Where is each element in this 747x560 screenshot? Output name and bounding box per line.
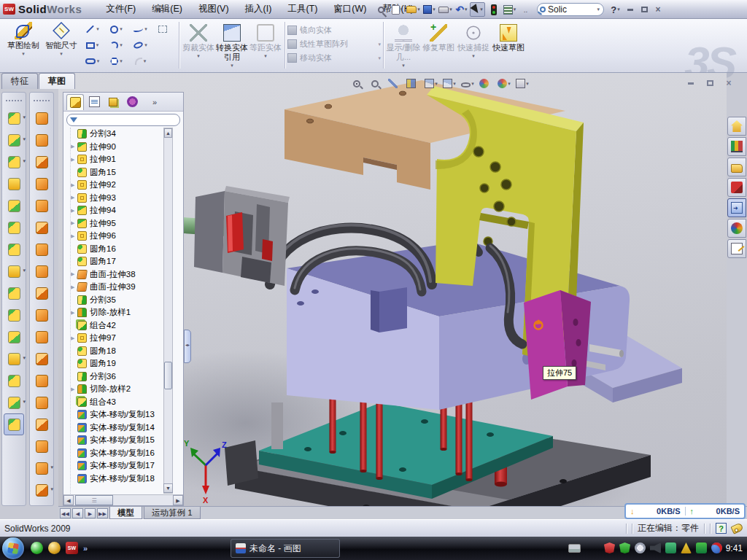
task-pane-tab[interactable] [727,117,746,136]
feature-tree-item[interactable]: ▶ 实体-移动/复制16 [71,447,178,460]
ribbon-stack-button[interactable]: 剪裁实体 ▾ [182,21,215,72]
ribbon-stack-button[interactable]: 快速捕捉 ▾ [456,21,491,72]
tab-nav-button[interactable]: ◀◀ [60,508,71,518]
view-tool-button[interactable]: ▾ [368,77,384,90]
surface-tool-button[interactable] [31,173,52,195]
feature-tree-item[interactable]: ▶ 分割36 [71,370,178,384]
feature-tool-button[interactable] [4,413,24,435]
feature-tree-item[interactable]: ▶ 组合43 [71,396,178,409]
ribbon-list-button[interactable]: 线性草图阵列 ▾ [287,37,381,51]
menu-item[interactable]: 窗口(W) [325,0,374,18]
pin-icon[interactable] [374,2,389,17]
expand-arrow-icon[interactable]: ▶ [71,335,77,341]
sketch-entity-button[interactable]: ▾ [104,37,128,53]
scroll-up-arrow[interactable]: ▲ [164,128,172,138]
surface-tool-button[interactable] [31,304,52,326]
feature-manager-tab[interactable] [85,94,103,110]
toolbar-overflow[interactable]: .. [518,2,533,17]
surface-tool-button[interactable] [31,392,52,413]
tree-horizontal-scrollbar[interactable]: ◀ ▶ [63,494,183,505]
ribbon-stack-button[interactable]: 快速草图 ▾ [491,21,526,72]
view-tool-button[interactable]: ▾ [496,77,512,90]
tray-icon[interactable] [619,542,630,553]
tab-nav-button[interactable]: ▶ [85,508,96,518]
task-pane-tab[interactable] [727,137,746,156]
feature-manager-tab[interactable] [123,94,141,110]
scrollbar-thumb[interactable] [75,495,113,505]
surface-tool-button[interactable] [31,348,52,370]
view-tool-button[interactable]: ▾ [460,77,476,90]
feature-tree-item[interactable]: ▶ 拉伸93 [71,192,178,205]
sketch-entity-button[interactable]: ▾ [80,53,104,69]
surface-tool-button[interactable] [31,260,52,282]
command-manager-tab[interactable]: 特征 [1,73,38,89]
sketch-entity-button[interactable]: ▾ [80,37,104,53]
feature-manager-tab[interactable] [66,94,84,110]
chevron-overflow-icon[interactable]: » [152,98,157,106]
feature-tool-button[interactable] [4,173,24,195]
surface-tool-button[interactable] [31,370,52,392]
tag-icon[interactable] [730,522,743,534]
feature-tool-button[interactable] [4,304,24,326]
tab-nav-button[interactable]: ◀ [72,508,83,518]
ribbon-list-button[interactable]: 移动实体 ▾ [287,51,381,65]
tree-filter-input[interactable] [66,114,180,126]
task-pane-tab[interactable] [727,198,746,217]
tray-icon[interactable] [650,542,661,553]
view-tool-button[interactable]: ▾ [387,77,403,90]
open-button[interactable]: ▾ [406,2,421,17]
messenger-icon[interactable] [31,542,43,554]
task-pane-tab[interactable] [727,219,746,238]
doc-close-button[interactable]: × [722,77,735,89]
surface-tool-button[interactable] [31,413,52,435]
feature-tree-item[interactable]: ▶ 圆角15 [71,166,178,179]
feature-tree-item[interactable]: ▶ 实体-移动/复制13 [71,408,178,421]
feature-tree-item[interactable]: ▶ 切除-放样1 [71,306,178,319]
feature-tree-item[interactable]: ▶ 曲面-拉伸39 [71,281,178,294]
surface-tool-button[interactable] [31,457,52,479]
tray-icon[interactable] [711,542,722,553]
feature-tool-button[interactable] [4,260,24,282]
close-button[interactable]: × [651,4,665,15]
menu-item[interactable]: 编辑(E) [144,0,190,18]
feature-tool-button[interactable] [4,217,24,238]
menu-item[interactable]: 文件(F) [98,0,144,18]
restore-button[interactable] [638,4,651,15]
feature-tree-item[interactable]: ▶ 圆角19 [71,357,178,370]
save-button[interactable]: ▾ [422,2,437,17]
feature-tool-button[interactable] [4,348,24,370]
feature-tree-item[interactable]: ▶ 圆角16 [71,243,178,256]
expand-arrow-icon[interactable]: ▶ [71,386,77,392]
view-tool-button[interactable]: ▾ [405,77,421,90]
view-tool-button[interactable]: ▾ [441,77,457,90]
feature-tree-item[interactable]: ▶ 切除-放样2 [71,383,178,396]
feature-tree-item[interactable]: ▶ 拉伸92 [71,179,178,192]
sketch-entity-button[interactable]: ▾ [152,21,177,37]
quick-launch-overflow[interactable]: » [83,544,88,553]
expand-arrow-icon[interactable]: ▶ [71,220,77,226]
expand-arrow-icon[interactable]: ▶ [71,208,77,214]
tray-icon[interactable] [665,542,676,553]
new-document-button[interactable]: ▾ [390,2,405,17]
feature-tree-item[interactable]: ▶ 拉伸91 [71,153,178,166]
task-pane-tab[interactable] [727,158,746,176]
doc-restore-button[interactable] [703,77,716,89]
tray-icon[interactable] [696,542,707,553]
feature-tree-item[interactable]: ▶ 拉伸95 [71,217,178,230]
expand-arrow-icon[interactable]: ▶ [71,310,77,316]
solidworks-quick-icon[interactable]: SW [66,542,78,554]
sketch-entity-button[interactable]: ▾ [152,53,177,69]
expand-arrow-icon[interactable]: ▶ [71,144,77,149]
surface-tool-button[interactable] [31,195,52,217]
command-manager-tab[interactable]: 草图 [39,73,75,89]
task-pane-tab[interactable] [727,178,746,197]
surface-tool-button[interactable] [31,129,52,151]
ribbon-stack-button[interactable]: 修复草图 ▾ [421,21,456,72]
surface-tool-button[interactable] [31,151,52,173]
options-button[interactable]: ▾ [502,2,517,17]
view-tool-button[interactable]: ▾ [350,77,366,90]
surface-tool-button[interactable] [31,282,52,304]
tray-icon[interactable] [681,542,692,553]
feature-tree-item[interactable]: ▶ 圆角18 [71,345,178,358]
menu-item[interactable]: 视图(V) [190,0,237,18]
